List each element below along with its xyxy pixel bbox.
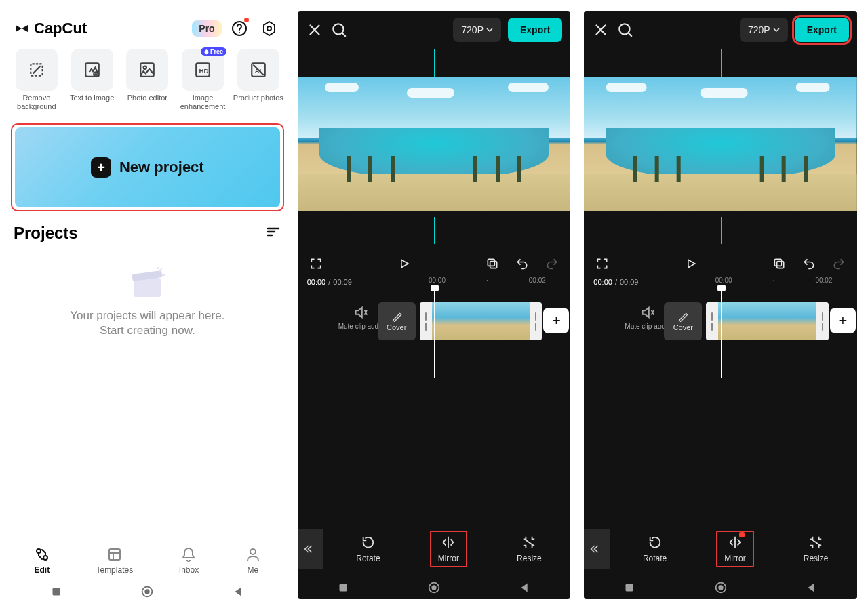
tool-image-enhancement[interactable]: ◆ FreeHD Image enhancement [177, 49, 229, 111]
mid-ruler [584, 211, 857, 252]
video-clip[interactable] [420, 302, 542, 340]
top-ruler [298, 49, 571, 77]
svg-rect-31 [626, 584, 633, 592]
edit-toolbar: Rotate Mirror Resize [298, 523, 571, 575]
time-sep: / [328, 278, 330, 286]
cover-button[interactable]: Cover [664, 302, 702, 340]
toolbar-back-icon[interactable] [298, 529, 323, 569]
tool-text-to-image[interactable]: Text to image [66, 49, 118, 111]
tool-mirror[interactable]: Mirror [430, 531, 467, 567]
copy-icon[interactable] [770, 255, 788, 272]
svg-rect-17 [109, 549, 120, 560]
notification-dot-icon [244, 18, 249, 22]
close-icon[interactable] [592, 21, 610, 39]
nav-recent-icon[interactable] [49, 584, 64, 599]
new-project-button[interactable]: + New project [15, 127, 280, 207]
system-navbar [584, 575, 857, 599]
tool-photo-editor[interactable]: Photo editor [121, 49, 173, 111]
tab-edit[interactable]: Edit [34, 546, 50, 575]
film-clapper-icon [127, 267, 167, 300]
edit-toolbar: Rotate Mirror Resize [584, 523, 857, 575]
system-navbar [298, 575, 571, 599]
export-button[interactable]: Export [508, 18, 562, 42]
svg-rect-23 [490, 262, 497, 268]
nav-recent-icon[interactable] [622, 580, 637, 595]
mute-label: Mute clip audio [338, 323, 384, 330]
play-icon[interactable] [682, 255, 700, 272]
svg-rect-19 [53, 588, 60, 596]
nav-recent-icon[interactable] [336, 580, 351, 595]
nav-back-icon[interactable] [517, 580, 532, 595]
app-name: CapCut [34, 20, 87, 37]
help-icon[interactable] [227, 16, 252, 41]
tool-label: Remove background [11, 94, 62, 111]
empty-text-2: Start creating now. [100, 324, 195, 338]
nav-home-icon[interactable] [713, 580, 728, 595]
tool-resize[interactable]: Resize [795, 531, 837, 567]
tab-inbox[interactable]: Inbox [179, 546, 199, 575]
tool-resize[interactable]: Resize [509, 531, 550, 567]
sort-icon[interactable] [265, 224, 281, 243]
redo-icon[interactable] [543, 255, 561, 272]
playhead-indicator-icon [434, 49, 435, 77]
toolbar-back-icon[interactable] [584, 529, 610, 569]
cover-button[interactable]: Cover [378, 302, 416, 340]
add-clip-button[interactable]: + [543, 308, 569, 333]
nav-back-icon[interactable] [804, 580, 819, 595]
cover-label: Cover [387, 323, 406, 331]
tool-label: Image enhancement [177, 94, 229, 111]
pro-badge[interactable]: Pro [192, 20, 221, 37]
video-preview[interactable] [298, 77, 571, 211]
projects-empty-state: Your projects will appear here. Start cr… [11, 248, 284, 541]
timeline-track[interactable]: Mute clip audio Cover + [584, 289, 857, 370]
timeline-track[interactable]: Mute clip audio Cover + [298, 289, 571, 370]
tab-label: Templates [96, 565, 133, 575]
editor-screen-1: 720P Export 00:00 / 00:09 00:00·00:02· M… [298, 11, 571, 599]
mute-clip-button[interactable]: Mute clip audio [338, 305, 384, 330]
fullscreen-icon[interactable] [593, 255, 611, 272]
search-icon[interactable] [330, 21, 348, 39]
tool-label: Photo editor [127, 94, 167, 102]
tab-templates[interactable]: Templates [96, 546, 133, 575]
video-clip[interactable] [706, 302, 829, 340]
tab-me[interactable]: Me [245, 546, 261, 575]
resolution-label: 720P [748, 24, 770, 35]
svg-text:HD: HD [199, 67, 209, 75]
timeline-playhead-icon[interactable] [721, 289, 722, 378]
tool-label: Text to image [70, 94, 114, 102]
plus-icon: + [91, 157, 111, 178]
nav-home-icon[interactable] [427, 580, 441, 595]
video-preview-mirrored[interactable] [584, 77, 857, 211]
playhead-indicator-icon [721, 217, 722, 244]
svg-rect-30 [774, 259, 781, 266]
copy-icon[interactable] [484, 255, 501, 272]
resolution-dropdown[interactable]: 720P [740, 18, 788, 42]
tool-product-photos[interactable]: AI Product photos [233, 49, 284, 111]
fullscreen-icon[interactable] [307, 255, 325, 272]
redo-icon[interactable] [830, 255, 848, 272]
undo-icon[interactable] [800, 255, 818, 272]
add-clip-button[interactable]: + [830, 308, 856, 333]
time-total: 00:09 [333, 278, 352, 286]
resolution-dropdown[interactable]: 720P [453, 18, 501, 42]
tool-mirror[interactable]: Mirror [716, 531, 753, 567]
timeline-playhead-icon[interactable] [434, 289, 435, 378]
projects-header: Projects [11, 224, 284, 248]
undo-icon[interactable] [513, 255, 531, 272]
tool-rotate[interactable]: Rotate [348, 531, 388, 567]
nav-home-icon[interactable] [140, 584, 155, 599]
settings-icon[interactable] [257, 16, 281, 41]
tab-label: Me [247, 565, 258, 575]
export-button[interactable]: Export [795, 18, 849, 42]
mid-ruler [298, 211, 571, 252]
nav-back-icon[interactable] [231, 584, 246, 599]
play-icon[interactable] [395, 255, 413, 272]
tool-remove-background[interactable]: Remove background [11, 49, 62, 111]
svg-marker-2 [264, 22, 275, 35]
free-tag: ◆ Free [201, 47, 227, 56]
editor-screen-2: 720P Export 00:00 / 00:09 00:00·00:02· M… [584, 11, 857, 599]
search-icon[interactable] [616, 21, 634, 39]
tab-label: Edit [34, 565, 50, 575]
close-icon[interactable] [306, 21, 323, 39]
tool-rotate[interactable]: Rotate [635, 531, 675, 567]
